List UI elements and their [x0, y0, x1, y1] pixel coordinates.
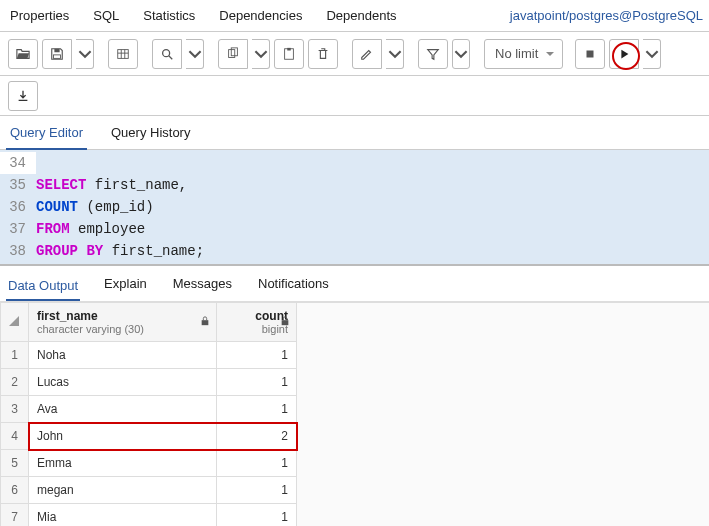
- tab-explain[interactable]: Explain: [102, 270, 149, 297]
- column-name: count: [225, 309, 288, 323]
- editor-tabs: Query Editor Query History: [0, 116, 709, 150]
- delete-button[interactable]: [308, 39, 338, 69]
- search-button[interactable]: [152, 39, 182, 69]
- tab-messages[interactable]: Messages: [171, 270, 234, 297]
- edit-button[interactable]: [352, 39, 382, 69]
- copy-dropdown[interactable]: [252, 39, 270, 69]
- cell-count[interactable]: 1: [217, 450, 297, 477]
- connection-tab[interactable]: javatpoint/postgres@PostgreSQL: [506, 8, 703, 23]
- table-row[interactable]: 2Lucas1: [1, 369, 297, 396]
- pencil-icon: [360, 47, 374, 61]
- result-tabs: Data Output Explain Messages Notificatio…: [0, 266, 709, 302]
- cell-count[interactable]: 2: [217, 423, 297, 450]
- tab-statistics[interactable]: Statistics: [139, 2, 199, 29]
- cell-count[interactable]: 1: [217, 369, 297, 396]
- chevron-down-icon: [388, 47, 402, 61]
- svg-rect-1: [54, 48, 59, 52]
- cell-first-name[interactable]: John: [29, 423, 217, 450]
- search-icon: [160, 47, 174, 61]
- connection-label: javatpoint/postgres@PostgreSQL: [510, 8, 703, 23]
- column-name: first_name: [37, 309, 208, 323]
- cell-first-name[interactable]: Noha: [29, 342, 217, 369]
- limit-select[interactable]: No limit: [484, 39, 563, 69]
- cell-count[interactable]: 1: [217, 396, 297, 423]
- secondary-toolbar: [0, 76, 709, 116]
- paste-button[interactable]: [274, 39, 304, 69]
- line-number: 36: [0, 196, 36, 218]
- tab-sql[interactable]: SQL: [89, 2, 123, 29]
- filter-dropdown[interactable]: [452, 39, 470, 69]
- cell-count[interactable]: 1: [217, 477, 297, 504]
- table-row[interactable]: 5Emma1: [1, 450, 297, 477]
- results-grid: first_name character varying (30) count …: [0, 302, 709, 526]
- tab-properties[interactable]: Properties: [6, 2, 73, 29]
- tab-query-editor[interactable]: Query Editor: [6, 117, 87, 150]
- cell-first-name[interactable]: Lucas: [29, 369, 217, 396]
- lock-icon: [280, 315, 290, 329]
- cell-first-name[interactable]: Mia: [29, 504, 217, 527]
- download-button[interactable]: [8, 81, 38, 111]
- table-row[interactable]: 1Noha1: [1, 342, 297, 369]
- copy-icon: [226, 47, 240, 61]
- svg-rect-2: [54, 54, 61, 58]
- tab-data-output[interactable]: Data Output: [6, 272, 80, 301]
- chevron-down-icon: [188, 47, 202, 61]
- edit-dropdown[interactable]: [386, 39, 404, 69]
- stop-icon: [583, 47, 597, 61]
- column-type: bigint: [225, 323, 288, 335]
- tab-query-history[interactable]: Query History: [107, 117, 194, 148]
- open-file-button[interactable]: [8, 39, 38, 69]
- svg-rect-8: [287, 47, 291, 50]
- chevron-down-icon: [78, 47, 92, 61]
- main-toolbar: No limit: [0, 32, 709, 76]
- search-dropdown[interactable]: [186, 39, 204, 69]
- chevron-down-icon: [645, 47, 659, 61]
- lock-icon: [200, 315, 210, 329]
- save-dropdown[interactable]: [76, 39, 94, 69]
- line-number: 35: [0, 174, 36, 196]
- row-number: 3: [1, 396, 29, 423]
- save-icon: [50, 47, 64, 61]
- limit-label: No limit: [495, 46, 538, 61]
- column-header-count[interactable]: count bigint: [217, 303, 297, 342]
- execute-button[interactable]: [609, 39, 639, 69]
- row-number: 7: [1, 504, 29, 527]
- cell-first-name[interactable]: Emma: [29, 450, 217, 477]
- save-button[interactable]: [42, 39, 72, 69]
- table-row[interactable]: 6megan1: [1, 477, 297, 504]
- filter-button[interactable]: [418, 39, 448, 69]
- tab-notifications[interactable]: Notifications: [256, 270, 331, 297]
- chevron-down-icon: [254, 47, 268, 61]
- row-number: 2: [1, 369, 29, 396]
- row-number: 5: [1, 450, 29, 477]
- line-number: 34: [0, 152, 36, 174]
- line-number: 37: [0, 218, 36, 240]
- table-row[interactable]: 4John2: [1, 423, 297, 450]
- cell-count[interactable]: 1: [217, 342, 297, 369]
- column-type: character varying (30): [37, 323, 208, 335]
- sql-editor[interactable]: 34 35SELECT first_name, 36COUNT (emp_id)…: [0, 150, 709, 266]
- folder-open-icon: [16, 47, 30, 61]
- table-row[interactable]: 3Ava1: [1, 396, 297, 423]
- tab-dependencies[interactable]: Dependencies: [215, 2, 306, 29]
- grid-icon: [116, 47, 130, 61]
- table-row[interactable]: 7Mia1: [1, 504, 297, 527]
- panel-tabs: Properties SQL Statistics Dependencies D…: [0, 0, 709, 32]
- trash-icon: [316, 47, 330, 61]
- row-number: 6: [1, 477, 29, 504]
- row-number: 1: [1, 342, 29, 369]
- line-number: 38: [0, 240, 36, 262]
- svg-rect-10: [202, 320, 209, 325]
- svg-rect-9: [587, 50, 594, 57]
- tab-dependents[interactable]: Dependents: [322, 2, 400, 29]
- column-header-first-name[interactable]: first_name character varying (30): [29, 303, 217, 342]
- find-button[interactable]: [108, 39, 138, 69]
- copy-button[interactable]: [218, 39, 248, 69]
- cell-first-name[interactable]: megan: [29, 477, 217, 504]
- cell-first-name[interactable]: Ava: [29, 396, 217, 423]
- cell-count[interactable]: 1: [217, 504, 297, 527]
- chevron-down-icon: [454, 47, 468, 61]
- execute-dropdown[interactable]: [643, 39, 661, 69]
- svg-point-4: [163, 49, 170, 56]
- stop-button[interactable]: [575, 39, 605, 69]
